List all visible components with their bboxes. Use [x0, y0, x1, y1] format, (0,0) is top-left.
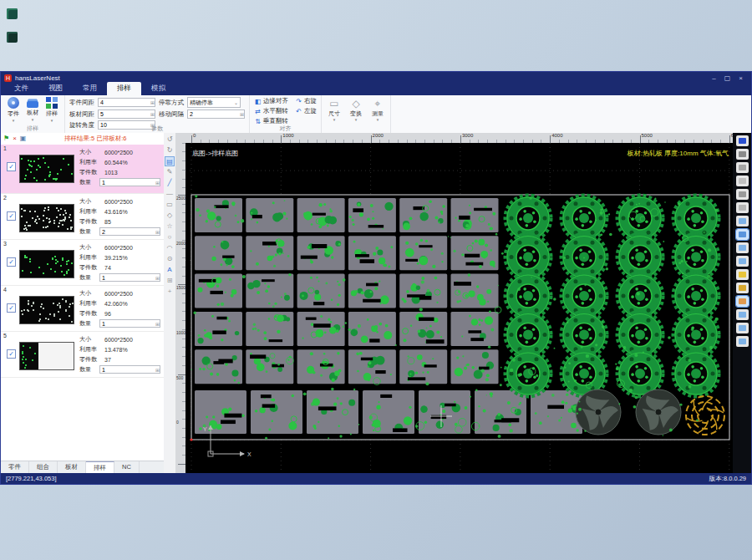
- star-icon[interactable]: ☆: [165, 221, 175, 232]
- v-ruler-label: 500: [176, 375, 183, 380]
- result-checkbox[interactable]: ✓: [7, 211, 16, 221]
- minimize-button[interactable]: –: [712, 74, 715, 82]
- chevron-down-icon[interactable]: ▾: [32, 118, 34, 121]
- part-spacing-input[interactable]: [98, 98, 155, 107]
- nest-button[interactable]: 排样 ▾: [43, 97, 60, 122]
- layer-gray-4-icon[interactable]: [736, 189, 749, 200]
- result-qty-input[interactable]: [99, 319, 160, 328]
- result-checkbox[interactable]: ✓: [7, 349, 16, 359]
- tab-file[interactable]: 文件: [4, 82, 38, 95]
- start-nest-icon[interactable]: ⚑: [3, 134, 9, 144]
- ellipse-icon[interactable]: ⊙: [165, 254, 175, 264]
- delete-result-icon[interactable]: ×: [13, 134, 17, 144]
- undo-icon[interactable]: ↺: [165, 135, 175, 145]
- tab-nest[interactable]: 排样: [107, 82, 141, 95]
- polyline-icon[interactable]: —: [165, 189, 175, 199]
- sheet-spacing-input[interactable]: [98, 109, 155, 119]
- bottom-tab-nc[interactable]: NC: [114, 461, 140, 473]
- measure-button[interactable]: ⌖ 测量 ▾: [369, 98, 386, 121]
- view-screen-icon[interactable]: [736, 229, 749, 240]
- result-qty-input[interactable]: [99, 178, 160, 186]
- rotate-left-button[interactable]: ↶左旋: [295, 107, 317, 115]
- result-card-2[interactable]: 2 ✓ 大小6000*2500 利用率43.616% 零件数85 数量⊞: [1, 194, 164, 240]
- view-b-icon[interactable]: [736, 323, 749, 333]
- result-card-1[interactable]: 1 ✓ 大小6000*2500 利用率60.544% 零件数1013 数量⊞: [1, 145, 164, 194]
- dock-mode-select[interactable]: 精确停靠⌄: [187, 97, 241, 108]
- desktop-icon-1[interactable]: [7, 8, 18, 19]
- view-globe-icon[interactable]: [736, 216, 749, 227]
- rect-icon[interactable]: ▭: [165, 200, 175, 210]
- copy-result-icon[interactable]: ▣: [20, 134, 27, 144]
- result-checkbox[interactable]: ✓: [7, 162, 16, 171]
- circle-icon[interactable]: ○: [165, 232, 175, 242]
- tab-common[interactable]: 常用: [73, 82, 107, 95]
- restore-button[interactable]: ▢: [724, 74, 731, 82]
- tab-simulate[interactable]: 模拟: [141, 82, 175, 95]
- result-checkbox[interactable]: ✓: [7, 303, 16, 313]
- size-button[interactable]: ▭ 尺寸 ▾: [326, 98, 343, 121]
- chevron-down-icon[interactable]: ▾: [333, 118, 336, 121]
- h-ruler-label: 3000: [462, 133, 473, 138]
- layer-gray-3-icon[interactable]: [736, 176, 749, 186]
- h-ruler-label: 4000: [551, 133, 562, 138]
- chevron-down-icon[interactable]: ▾: [355, 118, 358, 121]
- chevron-down-icon[interactable]: ▾: [51, 119, 53, 122]
- flip-horizontal-button[interactable]: ⇄水平翻转: [254, 107, 288, 115]
- h-ruler-label: 2000: [373, 133, 384, 138]
- nest-canvas[interactable]: YX 底图->排样底图 板材:热轧板 厚度:10mm 气体:氧气: [185, 143, 733, 473]
- result-card-4[interactable]: 4 ✓ 大小6000*2500 利用率42.060% 零件数96 数量⊞: [1, 286, 164, 332]
- polygon-icon[interactable]: ◇: [165, 211, 175, 221]
- move-step-input[interactable]: [187, 109, 245, 119]
- size-icon: ▭: [329, 98, 338, 109]
- sheet-spacing-label: 板材间距: [69, 110, 94, 119]
- result-checkbox[interactable]: ✓: [7, 257, 16, 267]
- bottom-tab-parts[interactable]: 零件: [1, 461, 29, 473]
- bottom-tab-nest[interactable]: 排样: [86, 461, 114, 473]
- result-part-count: 96: [104, 311, 111, 317]
- part-button[interactable]: 零件 ▾: [5, 97, 22, 122]
- screen-orange-icon[interactable]: [736, 296, 749, 307]
- array-icon[interactable]: ⊞: [165, 276, 175, 286]
- version-label: 版本:8.0.0.29: [709, 475, 746, 483]
- rotate-right-button[interactable]: ↷右旋: [295, 97, 317, 105]
- arc-icon[interactable]: ◠: [165, 243, 175, 253]
- bottom-tab-sheets[interactable]: 板材: [58, 461, 86, 473]
- view-monitor-icon[interactable]: [736, 242, 749, 253]
- film-view-icon[interactable]: [736, 135, 749, 146]
- result-utilization: 13.478%: [104, 347, 128, 353]
- result-qty-input[interactable]: [99, 273, 160, 282]
- text-icon[interactable]: A: [165, 265, 175, 275]
- redo-icon[interactable]: ↻: [165, 145, 175, 155]
- chevron-down-icon[interactable]: ▾: [13, 119, 15, 122]
- gold-badge-icon[interactable]: [736, 283, 749, 293]
- layer-gray-1-icon[interactable]: [736, 149, 749, 160]
- result-index: 4: [3, 287, 7, 293]
- move-icon[interactable]: +: [165, 287, 175, 297]
- dock-mode-label: 停靠方式: [159, 99, 184, 107]
- select-icon[interactable]: ▤: [165, 156, 175, 166]
- view-a-icon[interactable]: [736, 309, 749, 320]
- edit-icon[interactable]: ✎: [165, 167, 175, 177]
- transform-button[interactable]: ◇ 变换 ▾: [348, 98, 364, 121]
- close-button[interactable]: ×: [739, 74, 743, 82]
- chevron-down-icon[interactable]: ▾: [377, 118, 379, 121]
- result-qty-input[interactable]: [99, 365, 160, 374]
- edge-align-button[interactable]: ◧边缘对齐: [254, 97, 288, 105]
- bottom-tab-combine[interactable]: 组合: [29, 461, 58, 473]
- tab-view[interactable]: 视图: [38, 82, 73, 95]
- sheet-button[interactable]: 板材 ▾: [24, 97, 41, 122]
- layer-gray-5-icon[interactable]: [736, 202, 749, 213]
- result-qty-input[interactable]: [99, 227, 160, 236]
- result-card-3[interactable]: 3 ✓ 大小6000*2500 利用率39.215% 零件数74 数量⊞: [1, 240, 164, 286]
- h-ruler-label: 0: [193, 133, 196, 138]
- view-c-icon[interactable]: [736, 336, 749, 347]
- line-icon[interactable]: ╱: [165, 178, 175, 188]
- layer-gray-2-icon[interactable]: [736, 162, 749, 173]
- result-card-5[interactable]: 5 ✓ 大小6000*2500 利用率13.478% 零件数37 数量⊞: [1, 332, 164, 378]
- desktop-background: H hansLaserNest – ▢ × 文件 视图 常用 排样 模拟 零件: [0, 0, 752, 560]
- desktop-icon-2[interactable]: [7, 32, 18, 43]
- view-gear-icon[interactable]: [736, 256, 749, 267]
- status-bar: [2779.221,43.053] 版本:8.0.0.29: [1, 473, 751, 484]
- measure-icon: ⌖: [375, 98, 381, 109]
- sun-icon[interactable]: [736, 269, 749, 280]
